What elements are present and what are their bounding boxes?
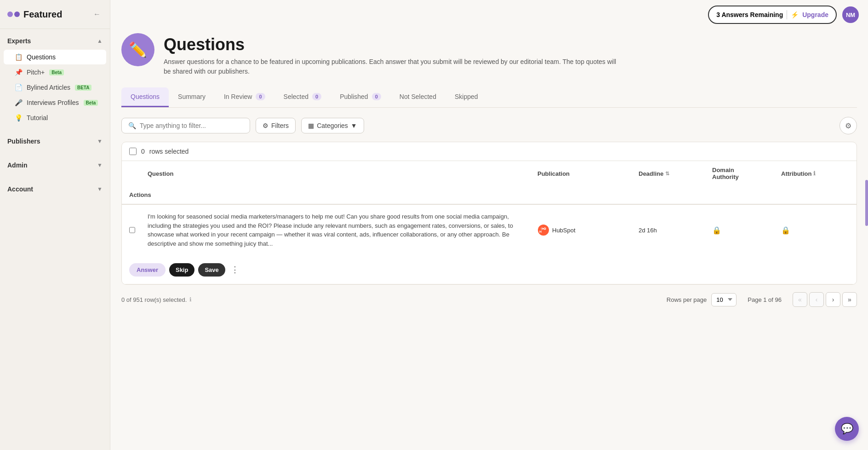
row-checkbox-cell <box>122 219 140 241</box>
chat-button[interactable]: 💬 <box>835 417 859 441</box>
deadline-sort-icon: ⇅ <box>665 171 669 177</box>
row-deadline-cell: 2d 16h <box>631 219 705 241</box>
sidebar-item-interviews-label: Interviews Profiles <box>27 99 79 106</box>
pitch-plus-icon: 📌 <box>15 69 22 76</box>
row-question-cell: I'm looking for seasoned social media ma… <box>140 205 530 255</box>
sidebar-item-bylined-articles[interactable]: 📄 Bylined Articles BETA <box>4 80 106 95</box>
col-header-domain-authority: DomainAuthority <box>705 161 774 186</box>
user-avatar[interactable]: NM <box>842 6 859 23</box>
sidebar-item-interviews-profiles[interactable]: 🎤 Interviews Profiles Beta <box>4 95 106 110</box>
last-page-button[interactable]: » <box>842 292 857 307</box>
sidebar-section-experts-header[interactable]: Experts ▲ <box>0 33 110 49</box>
answers-remaining-button[interactable]: 3 Answers Remaining ⚡ Upgrade <box>708 6 837 24</box>
row-question-text: I'm looking for seasoned social media ma… <box>148 212 523 248</box>
first-page-button[interactable]: « <box>793 292 807 307</box>
interviews-beta-badge: Beta <box>84 100 98 106</box>
col-publication-label: Publication <box>537 170 570 177</box>
categories-button[interactable]: ▦ Categories ▼ <box>301 118 364 133</box>
sidebar-section-publishers-label: Publishers <box>7 138 40 145</box>
logo-circle-1 <box>7 12 13 17</box>
logo-icon <box>7 12 20 17</box>
main-content: 3 Answers Remaining ⚡ Upgrade NM ✏️ Ques… <box>110 0 868 450</box>
row-attribution-cell: 🔒 <box>774 219 857 242</box>
row-checkbox[interactable] <box>129 226 135 234</box>
sidebar-item-tutorial-label: Tutorial <box>27 114 48 121</box>
sidebar-section-admin-header[interactable]: Admin ▼ <box>0 157 110 173</box>
col-actions-label: Actions <box>129 191 151 198</box>
row-actions-cell: Answer Skip Save ⋮ <box>122 255 140 284</box>
sidebar-section-account: Account ▼ <box>0 177 110 201</box>
tab-questions[interactable]: Questions <box>121 87 169 107</box>
sidebar: Featured ← Experts ▲ 📋 Questions 📌 Pitch… <box>0 0 110 450</box>
categories-chevron-icon: ▼ <box>351 122 357 129</box>
settings-sliders-icon: ⚙ <box>845 121 851 130</box>
bylined-articles-icon: 📄 <box>15 84 22 91</box>
answer-button[interactable]: Answer <box>129 263 166 277</box>
sidebar-item-tutorial[interactable]: 💡 Tutorial <box>4 110 106 125</box>
next-page-button[interactable]: › <box>826 292 840 307</box>
col-header-deadline[interactable]: Deadline ⇅ <box>631 161 705 186</box>
publishers-chevron-icon: ▼ <box>97 138 103 144</box>
row-publication-name: HubSpot <box>552 227 576 234</box>
tab-summary[interactable]: Summary <box>169 87 215 107</box>
tab-published-label: Published <box>340 93 368 100</box>
tab-not-selected-label: Not Selected <box>400 93 436 100</box>
page-info: Page 1 of 96 <box>748 296 782 303</box>
page-navigation: « ‹ › » <box>793 292 857 307</box>
rows-per-page-label: Rows per page <box>667 296 707 303</box>
bylined-articles-beta-badge: BETA <box>75 85 91 91</box>
col-attribution-label: Attribution <box>781 170 811 177</box>
more-options-button[interactable]: ⋮ <box>229 263 241 277</box>
row-action-buttons: Answer Skip Save ⋮ <box>129 263 241 277</box>
tab-selected[interactable]: Selected 0 <box>274 87 331 107</box>
filters-label: Filters <box>271 122 289 129</box>
sidebar-item-questions[interactable]: 📋 Questions <box>4 50 106 64</box>
interviews-icon: 🎤 <box>15 99 22 106</box>
table-settings-button[interactable]: ⚙ <box>839 117 857 134</box>
search-box[interactable]: 🔍 <box>121 118 250 133</box>
col-header-publication: Publication <box>530 161 631 186</box>
tab-not-selected[interactable]: Not Selected <box>390 87 445 107</box>
prev-page-button[interactable]: ‹ <box>809 292 824 307</box>
svg-text:H: H <box>539 230 542 233</box>
sidebar-section-admin-label: Admin <box>7 162 28 169</box>
scroll-indicator <box>865 180 868 226</box>
categories-label: Categories <box>317 122 348 129</box>
select-all-checkbox[interactable] <box>129 148 137 155</box>
admin-chevron-icon: ▼ <box>97 162 103 168</box>
upgrade-label: Upgrade <box>802 11 828 18</box>
attribution-lock-icon: 🔒 <box>781 226 790 235</box>
tab-skipped[interactable]: Skipped <box>445 87 487 107</box>
tutorial-icon: 💡 <box>15 114 22 121</box>
rows-per-page-select[interactable]: 10 20 50 <box>711 293 737 306</box>
pagination-bar: 0 of 951 row(s) selected. ℹ Rows per pag… <box>121 285 857 307</box>
skip-button[interactable]: Skip <box>169 263 194 277</box>
chevron-up-icon: ▲ <box>97 38 103 44</box>
toolbar: 🔍 ⚙ Filters ▦ Categories ▼ ⚙ <box>121 117 857 134</box>
search-input[interactable] <box>140 122 243 129</box>
sidebar-collapse-button[interactable]: ← <box>91 8 103 20</box>
row-deadline-value: 2d 16h <box>639 227 657 234</box>
tab-skipped-label: Skipped <box>455 93 478 100</box>
rows-per-page-control: Rows per page 10 20 50 <box>667 293 737 306</box>
sidebar-section-publishers-header[interactable]: Publishers ▼ <box>0 133 110 150</box>
col-header-actions: Actions <box>122 186 140 204</box>
filters-button[interactable]: ⚙ Filters <box>256 118 296 133</box>
col-header-question: Question <box>140 161 530 186</box>
page-description: Answer questions for a chance to be feat… <box>164 57 623 76</box>
page-header: ✏️ Questions Answer questions for a chan… <box>121 29 857 76</box>
tab-in-review[interactable]: In Review 0 <box>215 87 274 107</box>
sidebar-section-account-header[interactable]: Account ▼ <box>0 181 110 197</box>
hubspot-logo: H <box>537 224 549 236</box>
tab-in-review-label: In Review <box>224 93 252 100</box>
rows-info-icon[interactable]: ℹ <box>189 296 192 303</box>
attribution-info-icon[interactable]: ℹ <box>813 170 816 177</box>
search-icon: 🔍 <box>128 122 136 129</box>
save-button[interactable]: Save <box>198 263 225 277</box>
rows-selected-info-text: 0 of 951 row(s) selected. <box>121 296 187 303</box>
sidebar-logo[interactable]: Featured <box>7 9 62 20</box>
sidebar-item-pitch-plus[interactable]: 📌 Pitch+ Beta <box>4 65 106 80</box>
tab-published[interactable]: Published 0 <box>331 87 390 107</box>
upgrade-lightning-icon: ⚡ <box>791 11 799 18</box>
tab-selected-label: Selected <box>284 93 308 100</box>
